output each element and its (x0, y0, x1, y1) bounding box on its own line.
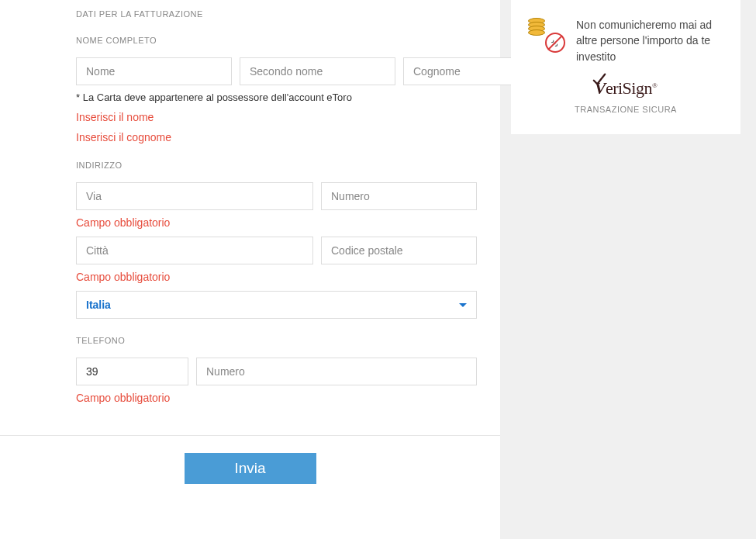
submit-bar: Invia (0, 435, 500, 509)
privacy-text: Non comunicheremo mai ad altre persone l… (576, 17, 723, 64)
last-name-error: Inserisci il cognome (76, 131, 477, 143)
city-input[interactable] (76, 237, 313, 264)
street-error: Campo obbligatorio (76, 216, 477, 229)
phone-number-input[interactable] (196, 358, 477, 385)
billing-form-card: DATI PER LA FATTURAZIONE NOME COMPLETO *… (0, 0, 500, 539)
coins-icon (528, 20, 545, 36)
card-owner-note: * La Carta deve appartenere al possessor… (76, 92, 477, 103)
secure-transaction-label: TRANSAZIONE SICURA (528, 105, 723, 114)
fullname-label: NOME COMPLETO (76, 36, 477, 45)
street-input[interactable] (76, 182, 313, 210)
street-number-input[interactable] (321, 182, 477, 210)
checkmark-icon (592, 72, 606, 86)
privacy-icon: ››› (528, 17, 562, 51)
billing-section-header: DATI PER LA FATTURAZIONE (76, 9, 477, 19)
submit-button[interactable]: Invia (185, 453, 316, 484)
phone-error: Campo obbligatorio (76, 392, 477, 404)
verisign-logo: VeriSign® (595, 78, 658, 98)
first-name-error: Inserisci il nome (76, 111, 477, 123)
country-value: Italia (86, 299, 459, 311)
address-label: INDIRIZZO (76, 161, 477, 170)
city-error: Campo obbligatorio (76, 271, 477, 283)
security-sidebar-card: ››› Non comunicheremo mai ad altre perso… (511, 0, 740, 134)
no-share-badge-icon: ››› (545, 33, 565, 53)
phone-prefix-input[interactable] (76, 358, 188, 385)
first-name-input[interactable] (76, 57, 232, 85)
postal-code-input[interactable] (321, 237, 477, 264)
country-select[interactable]: Italia (76, 291, 477, 319)
chevron-down-icon (459, 303, 467, 307)
middle-name-input[interactable] (240, 57, 395, 85)
phone-label: TELEFONO (76, 336, 477, 345)
